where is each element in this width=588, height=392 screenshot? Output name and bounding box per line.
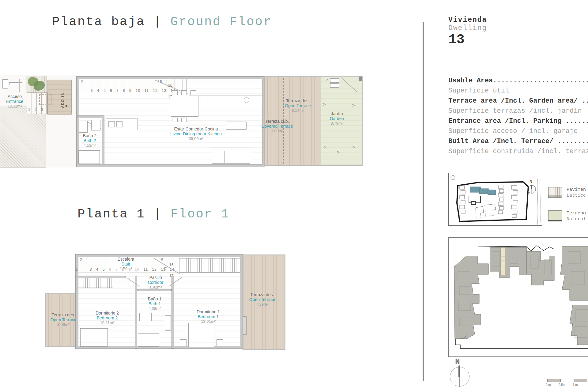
ramp-direction-arrow: ▶ [66,104,68,108]
bed-pillow-line [189,342,214,342]
room-name-en: Bedroom 2 [84,315,130,320]
living-label: Estar-Comedor-Cocina Living-Dining room-… [164,126,228,141]
room-area: 35,05m² [164,136,228,141]
sink-icon [244,97,249,103]
stair-number: 15 [159,258,163,262]
internal-wall [77,276,126,278]
stair-number: 2 [80,258,82,262]
room-name-es: Terraza des. [239,292,285,297]
room-name-es: Baño 2 [76,133,104,138]
garden-direction-arrow: > [323,102,326,107]
room-name-es: Dormitorio 1 [185,309,231,314]
area-line-es: Superficie construida /incl. terraza [448,146,588,156]
area-summary: Usable Area.............................… [448,76,588,156]
stair-number: 16 [169,263,173,267]
garden-step [330,78,339,83]
plant-icon [34,81,45,91]
title-separator: | [153,207,162,221]
wardrobe-icon [179,258,240,273]
site-detail-drawing [449,238,588,356]
room-name-en: Bath 2 [76,138,104,143]
scale-segment [547,379,561,382]
bath2-wall [77,115,104,118]
legend-line: Lattice [567,193,586,198]
planter-outline [39,94,52,105]
room-name-es: Terraza cub. [256,119,299,124]
room-area: 7,39m² [239,302,285,307]
counter-divider [226,96,226,104]
garden-direction-arrow: > [337,149,340,155]
room-area: 13,91m² [185,319,231,324]
area-line-en: Terrace area /Incl. Garden area/ ... [448,96,588,106]
sofa-seat-divider [224,151,225,163]
utility-box [2,79,8,89]
room-name-en: Open Terrace [273,103,323,108]
natural-ground-swatch [548,210,562,221]
entrance-paving [0,106,46,168]
legend-text: Terreno Natural [567,210,586,222]
room-area: 4,08m² [132,306,178,311]
utility-bar [9,82,22,85]
room-name-es: Baño 1 [132,296,178,301]
room-area: 12,11m² [0,104,29,109]
legend: Pavimen Lattice Terreno Natural [548,187,586,222]
entrance-label: Acceso Entrance 12,11m² [0,94,29,109]
kitchen-island [106,119,138,130]
room-name-es: Escalera [107,257,144,262]
washbasin-icon [165,315,171,331]
bathtub-icon [138,333,159,347]
room-name-es: Terraza des. [273,98,323,103]
floor1-title: Planta 1 | Floor 1 [77,207,230,221]
room-area: 1,92m² [133,285,179,290]
nightstand-icon [180,339,187,346]
garden-direction-arrow: > [352,103,355,108]
legend-item-natural: Terreno Natural [548,210,586,222]
minimap-compass-label: N [530,179,532,184]
room-name-en: Garden [318,116,355,121]
panel-divider [423,22,424,381]
burner-icon [108,121,115,127]
area-line-es: Superficie acceso / incl. garaje [448,126,588,136]
bath1-label: Baño 1 Bath 1 4,08m² [132,296,178,311]
scale-bar [548,379,588,384]
sofa-icon [212,148,250,164]
washbasin-icon [91,120,100,130]
planter-lattice [26,76,47,93]
corner-pillar [359,77,362,81]
stair-number: 15 [158,80,162,84]
ground-floor-title-es: Planta baja [52,15,145,29]
site-detail-map [448,237,588,357]
room-area: 4,53m² [76,143,104,148]
scale-label-05: 0,5m [559,383,565,386]
sofa-seat-divider [237,151,237,163]
stair-number: 16 [168,83,172,88]
chair-icon [190,90,196,95]
site-overview-map: N [448,173,542,226]
area-line-en: Usable Area.............................… [448,76,588,86]
shower-tray-icon [78,150,100,164]
room-name-en: Covered Terrace [256,124,299,129]
legend-item-lattice: Pavimen Lattice [548,187,586,198]
stair-number: 1 [76,267,78,272]
dwelling-number: 13 [448,32,487,47]
room-area: 1,79m² [107,266,144,271]
brochure-page: { "titles": { "ground": {"es": "Planta b… [0,0,588,392]
area-line-es: Superficie útil [448,86,588,96]
ramp-label: ADO 13 [61,84,66,108]
site-overview-drawing: N [449,173,542,226]
room-name-en: Bath 1 [132,301,178,306]
terrace-right-label: Terraza des. Open Terrace 7,39m² [239,292,285,307]
legend-line: Pavimen [567,187,586,193]
bed-pillow-line [81,342,107,342]
lattice-paving-swatch [548,187,562,198]
bedroom1-label: Dormitorio 1 Bedroom 1 13,91m² [185,309,231,324]
kitchen-counter [189,96,262,104]
stair-number: 1 [76,89,78,93]
dining-table [171,96,198,117]
utility-post [19,79,20,92]
bedroom2-label: Dormitorio 2 Bedroom 2 10,11m² [84,311,130,325]
chair-icon [172,118,178,122]
sofa-back-line [212,151,250,151]
ground-floor-plan: 1 2 3 4 ADO 13 ▶ Acceso Entrance 12,11m²… [0,75,363,168]
room-area: 3,08m² [256,129,299,134]
